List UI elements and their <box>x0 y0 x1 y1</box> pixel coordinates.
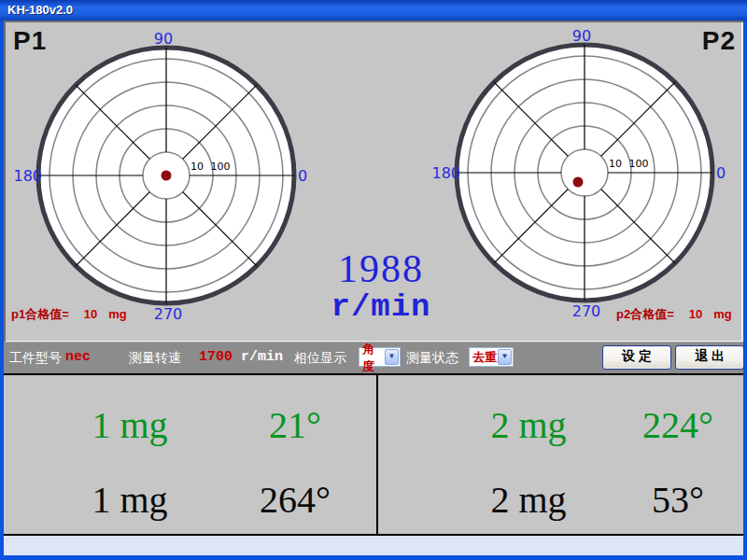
p2-secondary-amount: 2 mg <box>490 480 566 521</box>
measure-state-selected: 去重 <box>470 348 497 366</box>
part-model-label: 工件型号 <box>9 342 62 373</box>
measure-speed-label: 测量转速 <box>129 342 181 373</box>
window-title: KH-180v2.0 <box>7 3 73 17</box>
p1-polar-chart: 10100901800270 <box>7 23 334 331</box>
svg-text:90: 90 <box>572 27 591 45</box>
measure-speed-value: 1700 <box>199 342 233 373</box>
svg-text:270: 270 <box>572 302 601 320</box>
p2-tolerance-unit: mg <box>713 307 732 321</box>
measure-state-label: 测量状态 <box>406 342 458 373</box>
svg-text:10: 10 <box>190 161 204 173</box>
p2-tolerance-label: p2合格值= <box>616 307 674 321</box>
chevron-down-icon[interactable]: ▼ <box>498 349 512 365</box>
phase-display-selected: 角度 <box>359 340 384 375</box>
status-bar <box>4 536 743 555</box>
measure-speed-unit: r/min <box>241 342 283 373</box>
app-window: KH-180v2.0 P1 P2 10100901800270 10100901… <box>0 0 747 560</box>
p2-correction-angle: 224° <box>642 405 713 446</box>
results-divider <box>376 375 378 534</box>
p1-secondary-amount: 1 mg <box>92 480 167 521</box>
p2-tolerance-value: 10 <box>689 307 702 321</box>
svg-text:0: 0 <box>716 164 726 182</box>
p1-tolerance-value: 10 <box>84 307 97 321</box>
set-button[interactable]: 设 定 <box>602 345 671 370</box>
results-panel: 1 mg 21° 1 mg 264° 2 mg 224° 2 mg 53° <box>4 373 743 536</box>
p2-tolerance: p2合格值=10mg <box>616 306 732 323</box>
chart-area: P1 P2 10100901800270 10100901800270 p1合格… <box>4 21 743 342</box>
speed-value: 1988 <box>331 248 430 289</box>
svg-text:0: 0 <box>298 167 307 185</box>
svg-text:100: 100 <box>211 161 231 173</box>
chevron-down-icon[interactable]: ▼ <box>385 349 399 365</box>
svg-text:90: 90 <box>154 30 173 48</box>
svg-text:10: 10 <box>609 158 622 170</box>
p1-tolerance-label: p1合格值= <box>11 307 69 321</box>
speed-unit: r/min <box>331 289 430 325</box>
window-body: P1 P2 10100901800270 10100901800270 p1合格… <box>4 21 743 555</box>
p2-polar-chart: 10100901800270 <box>426 21 747 329</box>
phase-display-label: 相位显示 <box>294 342 346 373</box>
svg-text:180: 180 <box>13 167 42 185</box>
speed-display: 1988 r/min <box>331 248 430 325</box>
part-model-value: nec <box>65 342 91 373</box>
p1-tolerance-unit: mg <box>108 307 127 321</box>
p2-correction-amount: 2 mg <box>490 405 566 446</box>
p1-correction-amount: 1 mg <box>92 405 167 446</box>
p1-secondary-angle: 264° <box>260 480 331 521</box>
phase-display-dropdown[interactable]: 角度 ▼ <box>359 347 401 367</box>
p1-tolerance: p1合格值=10mg <box>11 306 127 323</box>
title-bar[interactable]: KH-180v2.0 <box>0 0 747 21</box>
svg-text:100: 100 <box>629 158 649 170</box>
p2-secondary-angle: 53° <box>652 480 704 521</box>
svg-text:180: 180 <box>431 164 460 182</box>
measure-state-dropdown[interactable]: 去重 ▼ <box>469 347 514 367</box>
svg-text:270: 270 <box>154 305 183 323</box>
exit-button[interactable]: 退 出 <box>675 345 744 370</box>
p1-correction-angle: 21° <box>269 405 321 446</box>
toolbar: 工件型号 nec 测量转速 1700 r/min 相位显示 角度 ▼ 测量状态 … <box>4 342 743 373</box>
